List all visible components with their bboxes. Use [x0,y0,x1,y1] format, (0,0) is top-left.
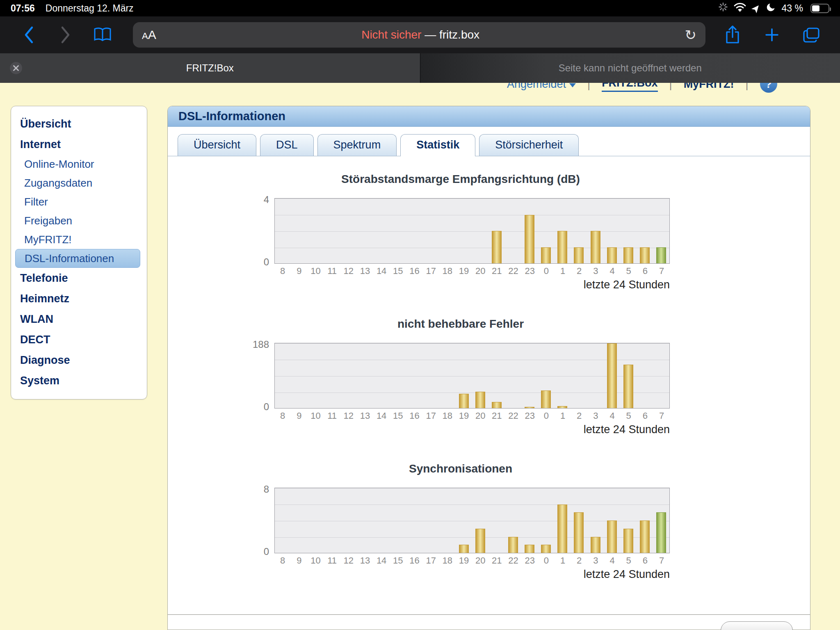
sidebar-item-wlan[interactable]: WLAN [11,309,147,329]
logged-in-menu[interactable]: Angemeldet [507,83,576,91]
tab-statistik[interactable]: Statistik [400,134,475,156]
bar [475,392,485,408]
x-tick-label: 18 [439,555,456,566]
bar [607,343,617,408]
network-activity-icon [719,2,728,14]
sidebar-item-dect[interactable]: DECT [11,329,147,350]
bar-slot [357,199,373,263]
x-tick-label: 5 [621,411,637,421]
sidebar-item-filter[interactable]: Filter [11,192,147,211]
x-tick-label: 5 [621,555,637,566]
x-tick-label: 19 [456,555,472,566]
sidebar-item-freigaben[interactable]: Freigaben [11,211,147,230]
sidebar-item-myfritz[interactable]: MyFRITZ! [11,230,147,249]
sidebar-item-internet[interactable]: Internet [11,134,147,155]
forward-icon[interactable] [55,25,76,44]
x-tick-label: 19 [456,266,472,276]
x-tick-label: 10 [307,411,324,421]
bar-slot [571,199,587,263]
y-max-label: 188 [253,339,269,350]
plot-area [274,488,670,553]
x-tick-label: 15 [390,411,406,421]
bar-slot [587,343,603,408]
bar-slot [587,199,603,263]
bar-slot [308,199,324,263]
bar [508,537,518,553]
sidebar-item-online-monitor[interactable]: Online-Monitor [11,155,147,173]
y-max-label: 4 [264,194,269,205]
chevron-down-icon [569,83,576,87]
x-tick-label: 14 [373,266,390,276]
sidebar-item-telefonie[interactable]: Telefonie [11,268,147,288]
sidebar-item-übersicht[interactable]: Übersicht [11,114,147,134]
bar-slot [340,199,357,263]
reader-button[interactable]: AA [142,28,156,42]
x-tick-label: 15 [390,555,406,566]
bar-slot [406,343,423,408]
bar [541,247,551,264]
bar-slot [291,343,308,408]
myfritz-link[interactable]: MyFRITZ! [684,83,734,91]
bar-slot [571,343,587,408]
bar-slot [439,488,456,553]
help-icon[interactable]: ? [760,83,777,93]
x-tick-label: 22 [505,555,521,566]
tabs-overview-icon[interactable] [801,27,822,43]
reload-icon[interactable]: ↻ [685,28,697,42]
partial-button-bottom[interactable] [721,621,793,630]
separator: | [587,83,590,91]
axis-note: letzte 24 Stunden [274,568,670,581]
tab-dsl[interactable]: DSL [260,134,314,156]
x-tick-label: 13 [357,266,373,276]
sidebar-item-system[interactable]: System [11,370,147,391]
share-icon[interactable] [722,25,743,45]
x-tick-label: 20 [472,411,488,421]
x-tick-label: 22 [505,266,521,276]
bar-slot [308,488,324,553]
bar [623,247,633,264]
bar [475,529,485,553]
bookmarks-icon[interactable] [92,27,113,43]
bar [623,365,633,408]
back-icon[interactable] [18,25,39,44]
bar-slot [604,488,620,553]
sidebar-item-diagnose[interactable]: Diagnose [11,350,147,370]
bar-slot [390,343,406,408]
x-tick-label: 14 [373,411,390,421]
bar-slot [554,488,571,553]
browser-tab-error-page[interactable]: Seite kann nicht geöffnet werden [420,53,840,83]
tab-spektrum[interactable]: Spektrum [317,134,397,156]
x-tick-label: 19 [456,411,472,421]
x-tick-label: 4 [604,266,620,276]
bar-slot [472,488,488,553]
tab-störsicherheit[interactable]: Störsicherheit [479,134,579,156]
bar [557,231,567,263]
bar-slot [571,488,587,553]
bar-slot [406,488,423,553]
bar-slot [340,343,357,408]
chart-title: nicht behebbare Fehler [251,317,670,331]
address-bar[interactable]: AA Nicht sicher — fritz.box ↻ [133,22,705,48]
bar-slot [308,343,324,408]
bar-slot [324,199,340,263]
x-tick-label: 12 [340,555,357,566]
brand-link[interactable]: FRITZ!Box [602,83,657,92]
browser-tab-fritzbox[interactable]: FRITZ!Box [0,53,420,83]
y-min-label: 0 [264,256,269,268]
bar [541,545,551,553]
chart-title: Störabstandsmarge Empfangsrichtung (dB) [251,173,670,186]
tab-übersicht[interactable]: Übersicht [178,134,256,156]
new-tab-icon[interactable] [761,27,783,43]
x-tick-label: 16 [406,555,422,566]
x-tick-label: 21 [488,266,505,276]
x-tick-label: 12 [340,411,357,421]
sidebar-item-heimnetz[interactable]: Heimnetz [11,288,147,309]
sidebar-item-dsl-informationen[interactable]: DSL-Informationen [15,249,140,268]
panel-footer [168,614,810,630]
battery-icon [810,4,829,13]
sidebar-item-zugangsdaten[interactable]: Zugangsdaten [11,173,147,192]
bar-slot [439,343,456,408]
bar-slot [653,343,669,408]
close-tab-icon[interactable] [9,61,23,78]
bar-slot [620,199,637,263]
